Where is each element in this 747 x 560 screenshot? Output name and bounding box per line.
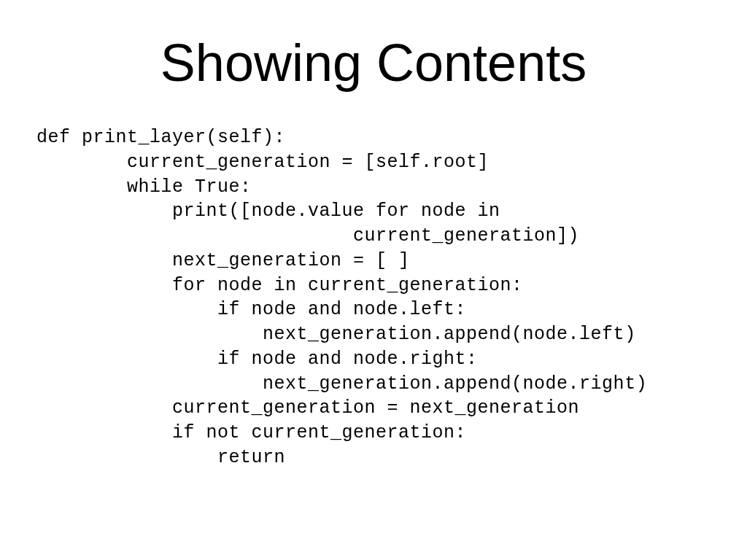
slide-title: Showing Contents	[36, 33, 711, 93]
slide-container: Showing Contents def print_layer(self): …	[0, 0, 747, 560]
code-block: def print_layer(self): current_generatio…	[36, 125, 711, 470]
